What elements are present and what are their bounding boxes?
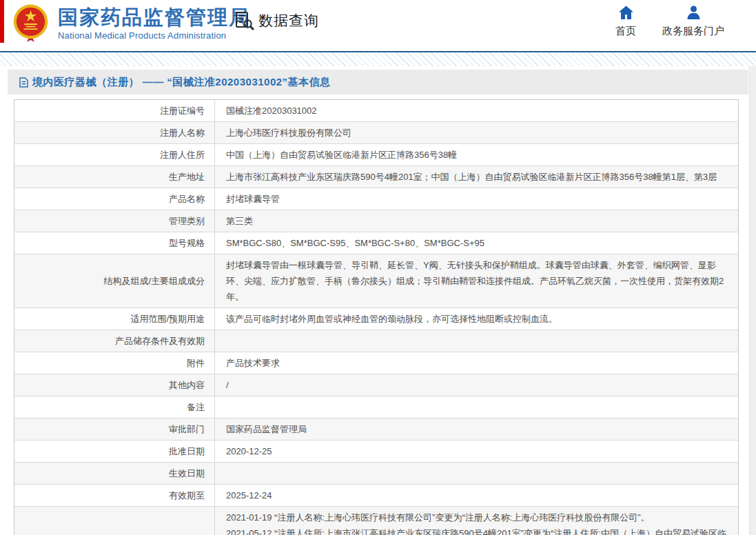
top-nav: 首页 政务服务门户 (615, 6, 724, 38)
field-label: 结构及组成/主要组成成分 (14, 254, 215, 307)
table-row: 生效日期 (14, 463, 738, 485)
field-value-text: 国械注准20203031002 (226, 103, 317, 119)
field-value-text: 封堵球囊导管 (226, 191, 280, 207)
field-label: 其他内容 (14, 374, 215, 396)
field-value: 上海心玮医疗科技股份有限公司 (215, 122, 738, 143)
table-row: 注册证编号 国械注准20203031002 (14, 100, 738, 122)
field-value: 封堵球囊导管 (215, 188, 738, 210)
field-value: 上海市张江高科技产业东区瑞庆路590号4幢201室；中国（上海）自由贸易试验区临… (215, 166, 738, 188)
field-value: 中国（上海）自由贸易试验区临港新片区正博路356号38幢 (215, 144, 738, 165)
table-row: 产品名称 封堵球囊导管 (14, 188, 738, 210)
field-label: 生效日期 (14, 463, 215, 484)
field-value: 国家药品监督管理局 (215, 418, 738, 440)
field-value: 第三类 (215, 210, 738, 232)
data-query-label[interactable]: 数据查询 (258, 11, 319, 30)
field-value-text: SM*BGC-S80、SM*BGC-S95、SM*BGC-S+80、SM*BGC… (226, 235, 484, 251)
document-icon (19, 77, 28, 88)
field-label: 注册人名称 (14, 122, 215, 143)
field-label: 有效期至 (14, 485, 215, 506)
table-row: 注册人住所 中国（上海）自由贸易试验区临港新片区正博路356号38幢 (14, 144, 738, 166)
document-search-icon[interactable] (234, 11, 255, 30)
table-row: 注册人名称 上海心玮医疗科技股份有限公司 (14, 122, 738, 144)
field-value: SM*BGC-S80、SM*BGC-S95、SM*BGC-S+80、SM*BGC… (215, 232, 738, 254)
field-label: 注册人住所 (14, 144, 215, 165)
agency-brand: 国家药品监督管理局 National Medical Products Admi… (58, 6, 250, 41)
table-row: 附件 产品技术要求 (14, 352, 738, 374)
table-row: 备注 (14, 396, 738, 418)
agency-name-cn: 国家药品监督管理局 (58, 6, 250, 28)
field-value: 2020-12-25 (215, 441, 738, 462)
field-value-text: 2025-12-24 (226, 487, 272, 503)
nav-portal-label[interactable]: 政务服务门户 (662, 25, 724, 38)
field-value-text: 2021-01-19 “注册人名称:上海心玮医疗科技有限公司”变更为“注册人名称… (226, 509, 733, 535)
table-row: 批准日期 2020-12-25 (14, 441, 738, 463)
field-label: 审批部门 (14, 418, 215, 440)
field-value: 封堵球囊导管由一根球囊导管、导引鞘、延长管、Y阀、无针接头和保护鞘组成。球囊导管… (215, 254, 738, 307)
field-value-text: 第三类 (226, 213, 253, 229)
field-label: 注册证编号 (14, 100, 215, 121)
field-value-text: 中国（上海）自由贸易试验区临港新片区正博路356号38幢 (226, 147, 457, 163)
field-label: 管理类别 (14, 210, 215, 232)
table-row: 审批部门 国家药品监督管理局 (14, 418, 738, 441)
field-label: 产品储存条件及有效期 (14, 330, 215, 352)
field-value (215, 463, 738, 484)
field-value-text: 上海心玮医疗科技股份有限公司 (226, 125, 351, 141)
table-row: 其他内容 / (14, 374, 738, 396)
field-label: 批准日期 (14, 441, 215, 462)
field-value-text: / (226, 377, 229, 393)
field-label: 附件 (14, 352, 215, 374)
vertical-scrollbar[interactable] (749, 66, 756, 535)
field-value: 国械注准20203031002 (215, 100, 738, 121)
breadcrumb-bar: 境内医疗器械（注册） —— “国械注准20203031002”基本信息 (8, 70, 748, 94)
field-value: / (215, 374, 738, 396)
field-value-text: 2020-12-25 (226, 443, 272, 459)
table-row: 管理类别 第三类 (14, 210, 738, 232)
field-value-text: 产品技术要求 (226, 355, 280, 371)
field-label: 产品名称 (14, 188, 215, 210)
user-icon[interactable] (686, 6, 702, 20)
decorative-stripe-band (0, 52, 756, 66)
table-row: 适用范围/预期用途 该产品可临时封堵外周血管或神经血管的颈动脉段，亦可选择性地阻… (14, 308, 738, 330)
field-value: 该产品可临时封堵外周血管或神经血管的颈动脉段，亦可选择性地阻断或控制血流。 (215, 308, 738, 330)
data-query-nav[interactable]: 数据查询 (234, 11, 319, 30)
field-value (215, 396, 738, 418)
field-value: 2021-01-19 “注册人名称:上海心玮医疗科技有限公司”变更为“注册人名称… (215, 507, 738, 535)
page-title: 境内医疗器械（注册） —— “国械注准20203031002”基本信息 (32, 76, 331, 89)
table-row: 有效期至 2025-12-24 (14, 485, 738, 507)
table-row: 产品储存条件及有效期 (14, 330, 738, 352)
table-row: 结构及组成/主要组成成分 封堵球囊导管由一根球囊导管、导引鞘、延长管、Y阀、无针… (14, 254, 738, 308)
field-label: 生产地址 (14, 166, 215, 188)
field-value-text: 上海市张江高科技产业东区瑞庆路590号4幢201室；中国（上海）自由贸易试验区临… (226, 169, 717, 185)
table-row: 变更情况 2021-01-19 “注册人名称:上海心玮医疗科技有限公司”变更为“… (14, 507, 738, 535)
home-icon[interactable] (618, 6, 634, 20)
red-edge-bar (0, 0, 4, 43)
agency-name-en: National Medical Products Administration (58, 30, 250, 41)
field-label: 变更情况 (14, 507, 215, 535)
registration-info-table: 注册证编号 国械注准20203031002 注册人名称 上海心玮医疗科技股份有限… (14, 99, 739, 535)
nav-home-label[interactable]: 首页 (615, 25, 636, 38)
nav-portal[interactable]: 政务服务门户 (662, 6, 724, 38)
field-label: 备注 (14, 396, 215, 418)
field-value: 产品技术要求 (215, 352, 738, 374)
site-header: 国家药品监督管理局 National Medical Products Admi… (0, 0, 756, 52)
field-value-text: 该产品可临时封堵外周血管或神经血管的颈动脉段，亦可选择性地阻断或控制血流。 (226, 311, 558, 327)
field-label: 型号规格 (14, 232, 215, 254)
field-value-text: 封堵球囊导管由一根球囊导管、导引鞘、延长管、Y阀、无针接头和保护鞘组成。球囊导管… (226, 257, 733, 305)
field-value-text: 国家药品监督管理局 (226, 421, 307, 437)
table-row: 生产地址 上海市张江高科技产业东区瑞庆路590号4幢201室；中国（上海）自由贸… (14, 166, 738, 188)
field-value (215, 330, 738, 352)
table-row: 型号规格 SM*BGC-S80、SM*BGC-S95、SM*BGC-S+80、S… (14, 232, 738, 254)
field-value: 2025-12-24 (215, 485, 738, 506)
nav-home[interactable]: 首页 (615, 6, 636, 38)
field-label: 适用范围/预期用途 (14, 308, 215, 330)
national-emblem-logo (12, 3, 50, 45)
